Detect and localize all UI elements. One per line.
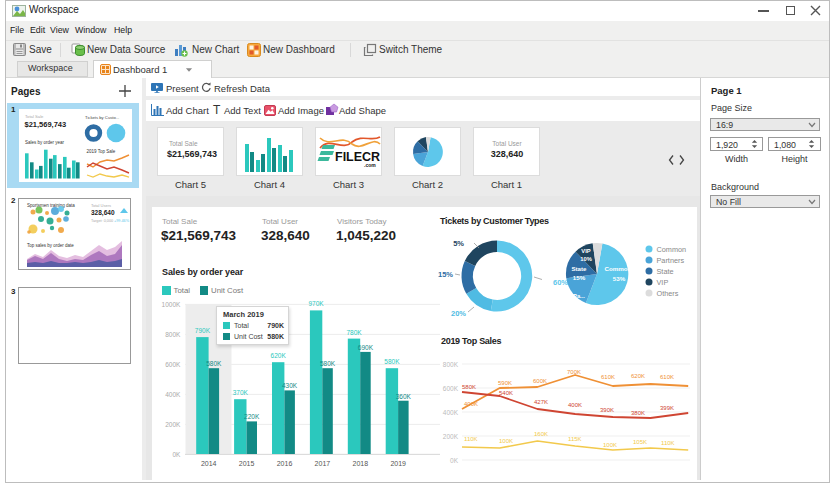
svg-text:800K: 800K bbox=[165, 331, 181, 338]
svg-text:State: State bbox=[657, 267, 674, 276]
svg-text:15%: 15% bbox=[573, 274, 586, 281]
svg-text:Target: 0,000: Target: 0,000 bbox=[91, 219, 113, 223]
svg-text:Partners: Partners bbox=[657, 256, 685, 265]
svg-text:328,640: 328,640 bbox=[91, 209, 115, 217]
svg-text:2015: 2015 bbox=[239, 460, 255, 467]
svg-text:400K: 400K bbox=[568, 402, 582, 408]
svg-text:390K: 390K bbox=[600, 407, 614, 413]
svg-text:105K: 105K bbox=[633, 439, 647, 445]
svg-text:790K: 790K bbox=[195, 327, 211, 334]
svg-text:110K: 110K bbox=[661, 440, 675, 446]
svg-text:2014: 2014 bbox=[201, 460, 217, 467]
svg-text:10%: 10% bbox=[573, 301, 585, 307]
svg-text:5%: 5% bbox=[453, 239, 464, 248]
svg-text:2018: 2018 bbox=[353, 460, 369, 467]
svg-text:100K: 100K bbox=[603, 442, 617, 448]
svg-text:Sales by order year: Sales by order year bbox=[25, 140, 65, 145]
svg-text:Total Sale: Total Sale bbox=[25, 114, 44, 119]
svg-text:160K: 160K bbox=[534, 431, 548, 437]
svg-text:620K: 620K bbox=[271, 352, 287, 359]
svg-text:VIP: VIP bbox=[657, 278, 669, 287]
svg-text:380K: 380K bbox=[631, 410, 645, 416]
svg-text:Tickets by Custo...: Tickets by Custo... bbox=[85, 115, 119, 120]
svg-text:60%: 60% bbox=[553, 278, 568, 287]
svg-text:780K: 780K bbox=[346, 329, 362, 336]
svg-text:610K: 610K bbox=[601, 374, 615, 380]
svg-text:580K: 580K bbox=[320, 360, 336, 367]
svg-text:10%: 10% bbox=[580, 256, 592, 262]
svg-text:600K: 600K bbox=[533, 378, 547, 384]
svg-text:0K: 0K bbox=[450, 457, 459, 464]
svg-text:Sportsmen training data: Sportsmen training data bbox=[27, 203, 75, 208]
svg-text:State: State bbox=[571, 265, 587, 272]
svg-text:Pa...: Pa... bbox=[573, 293, 585, 299]
svg-text:Common: Common bbox=[605, 265, 632, 272]
svg-text:15%: 15% bbox=[438, 270, 453, 279]
svg-text:1000K: 1000K bbox=[162, 301, 181, 308]
svg-text:690K: 690K bbox=[358, 344, 374, 351]
svg-text:620K: 620K bbox=[631, 373, 645, 379]
svg-text:2019 Top Sale: 2019 Top Sale bbox=[87, 149, 116, 154]
svg-text:400K: 400K bbox=[464, 401, 478, 407]
svg-text:Total Users: Total Users bbox=[91, 203, 111, 208]
svg-text:200K: 200K bbox=[443, 433, 459, 440]
svg-text:110K: 110K bbox=[464, 436, 478, 442]
svg-text:590K: 590K bbox=[498, 380, 512, 386]
svg-text:580K: 580K bbox=[462, 384, 476, 390]
svg-text:430K: 430K bbox=[282, 382, 298, 389]
svg-text:Others: Others bbox=[657, 289, 679, 298]
svg-text:600K: 600K bbox=[165, 361, 181, 368]
svg-text:20%: 20% bbox=[451, 309, 466, 318]
svg-text:427K: 427K bbox=[534, 399, 548, 405]
svg-text:0K: 0K bbox=[172, 451, 181, 458]
svg-text:100K: 100K bbox=[499, 438, 513, 444]
svg-text:53%: 53% bbox=[613, 275, 626, 282]
svg-text:370K: 370K bbox=[233, 389, 249, 396]
svg-text:.com: .com bbox=[364, 162, 376, 168]
svg-text:580K: 580K bbox=[206, 360, 222, 367]
svg-text:200K: 200K bbox=[165, 421, 181, 428]
svg-text:400K: 400K bbox=[165, 391, 181, 398]
svg-text:+99.46%: +99.46% bbox=[114, 219, 130, 223]
svg-text:970K: 970K bbox=[309, 300, 325, 307]
svg-text:VIP: VIP bbox=[581, 248, 590, 254]
svg-text:2017: 2017 bbox=[315, 460, 331, 467]
svg-text:399K: 399K bbox=[660, 405, 674, 411]
svg-text:540K: 540K bbox=[499, 390, 513, 396]
svg-text:800K: 800K bbox=[443, 361, 459, 368]
svg-text:115K: 115K bbox=[568, 436, 582, 442]
svg-text:600K: 600K bbox=[443, 385, 459, 392]
svg-text:580K: 580K bbox=[384, 358, 400, 365]
svg-text:700K: 700K bbox=[567, 369, 581, 375]
svg-text:360K: 360K bbox=[396, 393, 412, 400]
svg-text:610K: 610K bbox=[660, 374, 674, 380]
svg-text:400K: 400K bbox=[443, 409, 459, 416]
svg-text:Common: Common bbox=[657, 245, 687, 254]
svg-text:$21,569,743: $21,569,743 bbox=[25, 120, 67, 129]
svg-text:2016: 2016 bbox=[277, 460, 293, 467]
svg-text:220K: 220K bbox=[244, 413, 260, 420]
svg-text:Top sales by order date: Top sales by order date bbox=[27, 243, 74, 248]
svg-text:2019: 2019 bbox=[390, 460, 406, 467]
